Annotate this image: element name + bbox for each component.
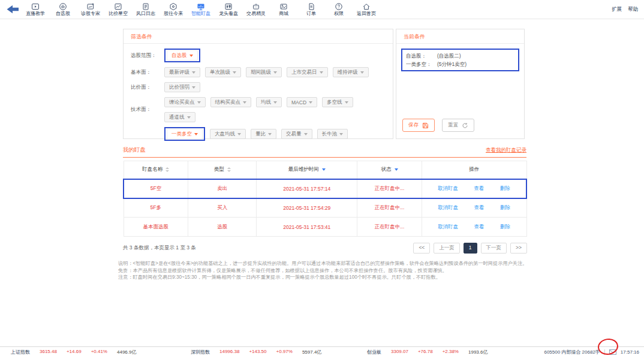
scope-label: 选股范围： xyxy=(131,52,164,59)
chevron-down-icon xyxy=(197,101,201,104)
cancel-watch-link[interactable]: 取消盯盘 xyxy=(438,185,458,192)
nav-item-my-stocks[interactable]: 自选股 xyxy=(53,2,73,17)
chip-listing-day[interactable]: 上市交易日 xyxy=(287,67,328,77)
first-page-button[interactable]: << xyxy=(413,243,430,254)
next-page-button[interactable]: 下一页 xyxy=(481,243,507,254)
chip-ma[interactable]: 均线 xyxy=(256,97,282,107)
nav-item-permissions[interactable]: 权限 xyxy=(329,2,349,17)
status-bar-right: 605500 内部撮合 20682手 17:57:16 xyxy=(544,349,639,355)
nav-item-smart-monitor[interactable]: 智能盯盘 xyxy=(191,2,211,17)
sort-down-icon[interactable] xyxy=(395,168,398,171)
chip-latest-rating[interactable]: 最新评级 xyxy=(164,67,200,77)
current-conditions-panel: 当前条件 自选股： (自选股二) 一类多空： (5分钟1卖空) 保存 重置 xyxy=(396,29,525,139)
cell-type: 买入 xyxy=(188,198,257,218)
sort-down-icon[interactable] xyxy=(322,168,326,171)
nav-item-trade-sprite[interactable]: 交易精灵 xyxy=(246,2,266,17)
filter-panel-title: 筛选条件 xyxy=(124,29,393,44)
chip-volume-ratio[interactable]: 量比 xyxy=(251,129,276,139)
app-window: 直播教学 自选股 诊股专家 比价星空 风口日志 股往今来 xyxy=(0,0,644,356)
nav-item-trend-journal[interactable]: 风口日志 xyxy=(136,2,156,17)
nav-item-orders[interactable]: 订单 xyxy=(301,2,321,17)
view-link[interactable]: 查看 xyxy=(474,224,484,231)
last-page-button[interactable]: >> xyxy=(510,243,527,254)
chip-trade-volume[interactable]: 交易量 xyxy=(281,129,312,139)
note-line: 说明：<智能盯盘>是在<股往今来>的功能基础之上，进一步提升实战性的功能。用户可… xyxy=(118,260,643,267)
divider xyxy=(604,349,605,355)
expand-link[interactable]: 扩展 xyxy=(612,6,622,13)
column-header-status[interactable]: 状态 xyxy=(357,161,422,179)
cancel-watch-link[interactable]: 取消盯盘 xyxy=(438,204,458,212)
chip-long-bull-pool[interactable]: 长牛池 xyxy=(317,129,348,139)
chip-maintain-rating[interactable]: 维持评级 xyxy=(333,67,369,77)
nav-item-stock-expert[interactable]: 诊股专家 xyxy=(80,2,101,17)
chip-class-one-long-short[interactable]: 一类多空 xyxy=(167,129,203,139)
nav-item-mall[interactable]: 商城 xyxy=(273,2,294,17)
reset-arrow-icon xyxy=(462,122,468,129)
top-toolbar: 直播教学 自选股 诊股专家 比价星空 风口日志 股往今来 xyxy=(0,0,644,19)
chip-channel-line[interactable]: 通道线 xyxy=(164,112,195,122)
back-button[interactable] xyxy=(0,5,25,14)
column-header-actions: 操作 xyxy=(422,161,526,179)
save-button[interactable]: 保存 xyxy=(402,119,435,132)
scope-highlight-box: 自选股 xyxy=(164,49,200,62)
view-records-link[interactable]: 查看我的盯盘记录 xyxy=(486,147,526,154)
chevron-down-icon xyxy=(192,86,195,89)
cell-type: 选股 xyxy=(188,218,257,237)
view-link[interactable]: 查看 xyxy=(474,204,484,212)
current-conditions-box: 自选股： (自选股二) 一类多空： (5分钟1卖空) xyxy=(401,49,519,71)
main-content: 筛选条件 选股范围： 自选股 基本面： 最新评级 单次跳级 期间跳级 上市交易日 xyxy=(0,19,644,346)
nav-item-stock-history[interactable]: 股往今来 xyxy=(163,2,183,17)
cell-time: 2021-05-31 17:54:29 xyxy=(257,198,357,218)
envelope-icon[interactable] xyxy=(609,349,616,355)
chip-my-stocks[interactable]: 自选股 xyxy=(167,50,198,61)
sort-updown-icon[interactable] xyxy=(165,167,169,172)
column-header-time[interactable]: 最后维护时间 xyxy=(257,161,357,179)
compare-label: 比价面： xyxy=(131,84,164,91)
watch-table: 盯盘名称 类型 最后维护时间 状态 操作 5F空 卖出 2021-05-31 1… xyxy=(123,161,527,237)
chip-chan-points[interactable]: 缠论买卖点 xyxy=(164,97,206,107)
compare-chart-icon xyxy=(114,2,122,11)
robot-icon xyxy=(252,2,260,11)
floppy-disk-icon xyxy=(422,122,429,129)
index-chinext: 创业板 3309.07 +76.78 +2.38% 1993.6亿 xyxy=(367,349,487,355)
table-header-row: 盯盘名称 类型 最后维护时间 状态 操作 xyxy=(124,161,526,179)
chevron-down-icon xyxy=(320,71,323,74)
delete-link[interactable]: 删除 xyxy=(500,204,510,212)
filter-conditions-panel: 筛选条件 选股范围： 自选股 基本面： 最新评级 单次跳级 期间跳级 上市交易日 xyxy=(123,29,393,139)
chip-long-short-line[interactable]: 多空线 xyxy=(322,97,353,107)
note-line: 注意：盯盘时间在交易日9:30~15:30，同一策略相同个股一日内不重复提示，同… xyxy=(118,274,643,281)
table-row-5f-short[interactable]: 5F空 卖出 2021-05-31 17:57:14 正在盯盘中... 取消盯盘… xyxy=(124,179,526,198)
delete-link[interactable]: 删除 xyxy=(500,185,510,192)
table-row-5f-long[interactable]: 5F多 买入 2021-05-31 17:54:29 正在盯盘中... 取消盯盘… xyxy=(124,198,526,218)
chevron-down-icon xyxy=(309,101,312,104)
hexagon-icon xyxy=(169,2,177,11)
chip-market-ma[interactable]: 大盘均线 xyxy=(210,129,246,139)
chip-structure-points[interactable]: 结构买卖点 xyxy=(210,97,252,107)
prev-page-button[interactable]: 上一页 xyxy=(434,243,460,254)
view-link[interactable]: 查看 xyxy=(474,185,484,192)
delete-link[interactable]: 删除 xyxy=(500,224,510,231)
note-line: 免责：本产品所有信息是根据软件计算所得，仅是策略展示，不做任何推荐，如根据以上信… xyxy=(118,267,643,274)
cell-name: 5F多 xyxy=(124,198,188,218)
nav-item-home[interactable]: 返回首页 xyxy=(356,2,377,17)
help-link[interactable]: 帮助 xyxy=(628,6,638,13)
nav-item-live-teaching[interactable]: 直播教学 xyxy=(25,2,46,17)
column-header-name[interactable]: 盯盘名称 xyxy=(124,161,188,179)
chip-price-strength[interactable]: 比价强弱 xyxy=(164,82,200,92)
chevron-down-icon xyxy=(304,133,308,135)
cancel-watch-link[interactable]: 取消盯盘 xyxy=(438,224,458,231)
chevron-down-icon xyxy=(268,133,272,135)
cell-status: 正在盯盘中... xyxy=(357,179,422,198)
cell-time: 2021-05-31 17:53:41 xyxy=(257,218,357,237)
table-row-fundamental-pick[interactable]: 基本面选股 选股 2021-05-31 17:53:41 正在盯盘中... 取消… xyxy=(124,218,526,237)
nav-item-leader-board[interactable]: 龙头看盘 xyxy=(218,2,239,17)
sort-updown-icon[interactable] xyxy=(227,167,231,172)
chip-macd[interactable]: MACD xyxy=(287,97,317,107)
condition-line: 自选股： (自选股二) xyxy=(406,52,514,60)
reset-button[interactable]: 重置 xyxy=(442,119,474,132)
chip-single-upgrade[interactable]: 单次跳级 xyxy=(205,67,241,77)
nav-item-price-compare[interactable]: 比价星空 xyxy=(108,2,128,17)
current-page-button[interactable]: 1 xyxy=(464,243,477,254)
column-header-type[interactable]: 类型 xyxy=(188,161,257,179)
chip-period-upgrade[interactable]: 期间跳级 xyxy=(246,67,282,77)
